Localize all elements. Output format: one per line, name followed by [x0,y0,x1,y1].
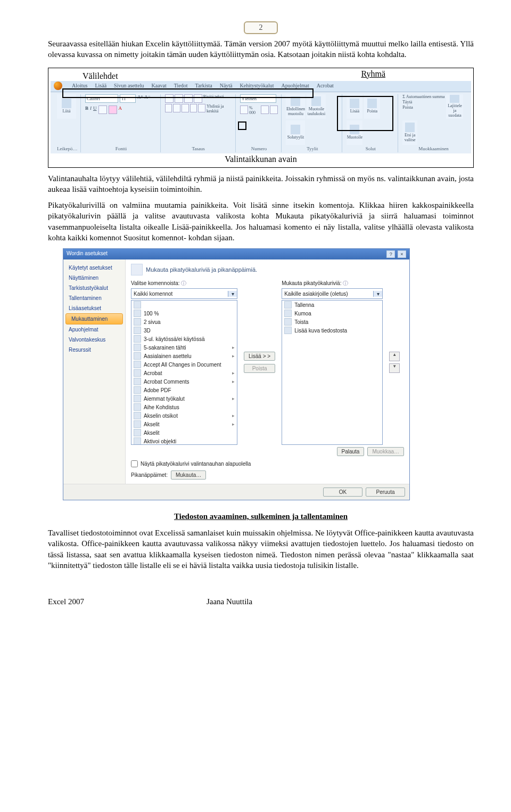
find-icon [405,123,415,132]
command-icon [134,378,141,385]
move-up-button: ▲ [389,352,400,361]
ok-button: OK [323,488,362,497]
paste-icon [62,99,71,108]
decimal-icon [270,105,278,114]
list-item: Aktivoi objekti [131,437,237,445]
list-item: 2 sivua [131,318,237,326]
list-item: Adobe PDF [131,386,237,394]
help-icon: ? [386,250,395,258]
commands-from-dropdown: Kaikki komennot▾ [131,288,237,299]
dialog-nav-item: Tarkistustyökalut [63,283,125,293]
list-item: Akselit▸ [131,420,237,428]
dialog-title: Wordin asetukset [67,250,108,258]
fill-label: Täytä [402,100,444,104]
chevron-down-icon: ▾ [228,291,237,297]
list-item: Akselit [131,428,237,437]
dialog-nav-item: Näyttäminen [63,273,125,283]
group-title: Muokkaaminen [402,145,465,151]
list-item: Tallenna [282,301,382,309]
command-icon [134,301,141,308]
right-list-label: Mukauta pikatyökaluriviä: [282,280,341,286]
hotkeys-label: Pikanäppäimet: [131,472,168,478]
paragraph-3: Pikatyökalurivillä on valmiina muutamia … [48,200,474,243]
merge-label: Yhdistä ja keskitä [207,104,232,113]
ribbon-figure: Välilehdet Ryhmä Aloitus Lisää Sivun ase… [48,68,474,168]
page: 2 Seuraavassa esitellään hiukan Excelin … [0,0,511,622]
office-button-icon [54,82,62,90]
list-item: Toista [282,318,382,326]
autosum-label: Σ Automaattinen summa [402,94,444,99]
all-commands-list: 100 %2 sivua3D3-ul. käytössä/ei käytössä… [131,300,237,445]
paragraph-2: Valintanauhalta löytyy välilehtiä, välil… [48,173,474,195]
customize-for-dropdown: Kaikille asiakirjoille (oletus)▾ [282,288,383,299]
ribbon-body: Liitä Leikepö… Calibri 11 A⁺ A⁻ B I U [51,92,471,153]
list-item: Accept All Changes in Document [131,360,237,369]
dialog-nav-item: Tallentaminen [63,293,125,303]
list-item: 5-sakarainen tähti▸ [131,343,237,352]
command-icon [134,386,141,394]
dialog-nav-item: Mukauttaminen [65,313,123,324]
highlight-tabs [62,88,314,98]
italic-icon: I [90,105,92,114]
dialog-nav: Käytetyt asetuksetNäyttäminenTarkistusty… [63,259,126,484]
command-icon [284,327,292,334]
customize-icon [131,264,143,275]
align-icon [173,104,180,112]
dialog-nav-item: Käytetyt asetukset [63,263,125,273]
paragraph-1: Seuraavassa esitellään hiukan Excelin kä… [48,38,474,60]
ribbon-mock: Aloitus Lisää Sivun asettelu Kaavat Tied… [51,81,471,153]
align-icon [165,104,172,112]
list-item: Akselin otsikot▸ [131,411,237,420]
percent-icon: % 000 [249,105,260,115]
indent-icon [190,104,197,112]
move-down-button: ▼ [389,363,400,373]
hotkeys-customize-button: Mukauta… [171,470,206,480]
command-icon [134,395,141,402]
command-icon [134,403,141,411]
left-list-label: Valitse komennoista: [131,280,180,286]
group-title: Fontti [85,145,157,151]
font-color-icon: A [119,105,122,114]
window-buttons: ? × [385,250,406,258]
edit-button: Muokkaa… [367,447,404,456]
command-icon [284,301,292,308]
command-icon [134,344,141,351]
command-icon [134,437,141,445]
paragraph-4: Tavalliset tiedostotoiminnot ovat Exceli… [48,527,474,571]
info-icon: ⓘ [343,280,348,286]
command-icon [134,352,141,360]
cell-styles-button: Solutyylit [286,120,305,145]
dialog-nav-item: Resurssit [63,345,125,355]
cancel-button: Peruuta [366,488,405,497]
chevron-down-icon: ▾ [373,291,382,297]
restore-button: Palauta [337,447,365,456]
currency-icon [240,105,248,114]
dialog-heading: Mukauta pikatyökaluriviä ja pikanäppäimi… [131,264,404,275]
command-icon [284,310,292,317]
sort-icon [450,95,459,103]
align-icon [182,104,189,112]
label-valintaikkunan-avain: Valintaikkunan avain [51,153,471,165]
command-icon [134,335,141,343]
page-footer: Excel 2007 Jaana Nuuttila [48,597,474,606]
tab: Acrobat [317,83,334,90]
list-item [131,301,237,309]
close-icon: × [398,250,406,258]
bold-icon: B [85,105,88,114]
list-item: Aiemmat työkalut▸ [131,394,237,403]
dialog-nav-item: Apuohjelmat [63,324,125,335]
decimal-icon [261,105,269,114]
find-button: Etsi ja valitse [402,120,417,145]
command-icon [134,361,141,368]
list-item: 100 % [131,309,237,318]
command-icon [134,327,141,334]
sort-button: Lajittele ja suodata [446,94,463,119]
word-options-dialog: Wordin asetukset ? × Käytetyt asetuksetN… [63,248,410,500]
footer-left: Excel 2007 [48,597,84,606]
section-title: Tiedoston avaaminen, sulkeminen ja talle… [48,512,474,521]
list-item: Kumoa [282,309,382,318]
border-icon [98,105,107,114]
transfer-buttons: Lisää > > Poista [244,280,275,445]
list-item: 3-ul. käytössä/ei käytössä [131,335,237,343]
list-item: Acrobat▸ [131,369,237,377]
